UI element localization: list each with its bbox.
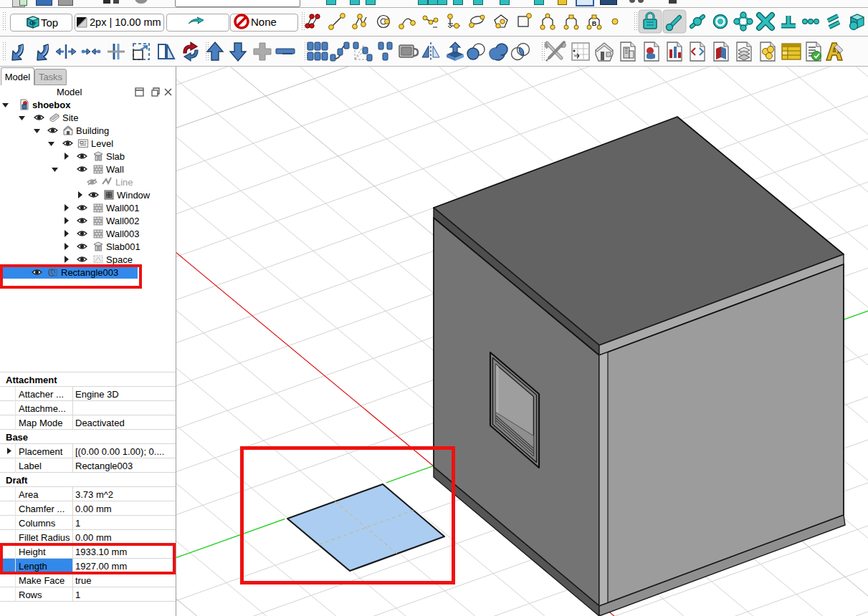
svg-text:Top: Top (41, 16, 58, 29)
svg-text:None: None (251, 16, 277, 28)
svg-text:2px | 10.00 mm: 2px | 10.00 mm (90, 16, 161, 28)
svg-text:B: B (592, 20, 597, 27)
